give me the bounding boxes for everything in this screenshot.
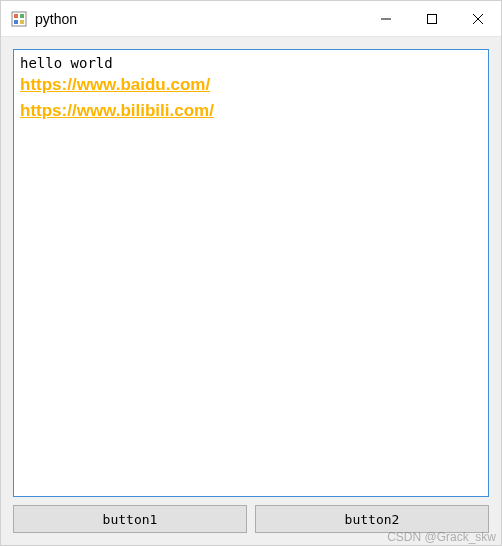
app-window: python hello world https://www.baidu.com… xyxy=(0,0,502,546)
maximize-button[interactable] xyxy=(409,1,455,36)
svg-rect-4 xyxy=(20,20,24,24)
close-button[interactable] xyxy=(455,1,501,36)
svg-rect-6 xyxy=(428,14,437,23)
text-line: hello world xyxy=(20,54,482,72)
button-row: button1 button2 xyxy=(13,505,489,533)
svg-rect-3 xyxy=(14,20,18,24)
app-icon xyxy=(11,11,27,27)
client-area: hello world https://www.baidu.com/ https… xyxy=(1,37,501,545)
hyperlink[interactable]: https://www.baidu.com/ xyxy=(20,72,482,98)
window-controls xyxy=(363,1,501,36)
minimize-button[interactable] xyxy=(363,1,409,36)
svg-rect-1 xyxy=(14,14,18,18)
text-browser[interactable]: hello world https://www.baidu.com/ https… xyxy=(13,49,489,497)
hyperlink[interactable]: https://www.bilibili.com/ xyxy=(20,98,482,124)
button1[interactable]: button1 xyxy=(13,505,247,533)
titlebar: python xyxy=(1,1,501,37)
window-title: python xyxy=(35,11,363,27)
svg-rect-2 xyxy=(20,14,24,18)
button2[interactable]: button2 xyxy=(255,505,489,533)
